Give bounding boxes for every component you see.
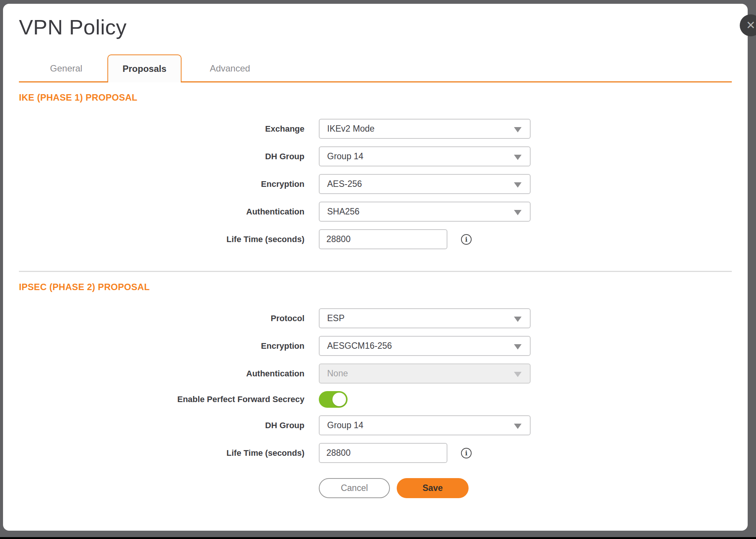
- tab-proposals[interactable]: Proposals: [107, 54, 182, 82]
- life-time-p2-input[interactable]: [319, 443, 447, 463]
- form-row-authentication-p2: Authentication None: [19, 363, 732, 384]
- encryption-p1-select[interactable]: AES-256: [319, 174, 531, 194]
- protocol-label: Protocol: [19, 314, 319, 323]
- exchange-select[interactable]: IKEv2 Mode: [319, 119, 531, 139]
- encryption-p2-select-value: AESGCM16-256: [327, 341, 392, 351]
- dh-group-p2-select-value: Group 14: [327, 420, 363, 430]
- vpn-policy-dialog: VPN Policy General Proposals Advanced IK…: [3, 4, 748, 531]
- form-row-pfs: Enable Perfect Forward Secrecy: [19, 391, 732, 408]
- tab-bar: General Proposals Advanced: [19, 54, 732, 82]
- section-heading-ipsec-phase2: IPSEC (PHASE 2) PROPOSAL: [19, 282, 732, 292]
- form-row-encryption-p1: Encryption AES-256: [19, 174, 732, 194]
- save-button[interactable]: Save: [397, 478, 469, 498]
- dh-group-p1-select-value: Group 14: [327, 151, 363, 162]
- dropdown-arrow-icon: [514, 182, 522, 188]
- protocol-select-value: ESP: [327, 313, 345, 323]
- form-row-life-time-p1: Life Time (seconds) i: [19, 229, 732, 249]
- exchange-label: Exchange: [19, 124, 319, 134]
- section-divider: [19, 271, 732, 272]
- exchange-select-value: IKEv2 Mode: [327, 124, 374, 134]
- section-ike-phase1: IKE (PHASE 1) PROPOSAL Exchange IKEv2 Mo…: [19, 92, 732, 249]
- dialog-title: VPN Policy: [19, 15, 732, 39]
- authentication-p1-select-value: SHA256: [327, 207, 360, 217]
- authentication-p2-label: Authentication: [19, 369, 319, 379]
- dropdown-arrow-icon: [514, 210, 522, 215]
- dropdown-arrow-icon: [514, 344, 522, 349]
- dh-group-p2-select[interactable]: Group 14: [319, 415, 531, 435]
- protocol-select[interactable]: ESP: [319, 308, 531, 328]
- pfs-label: Enable Perfect Forward Secrecy: [19, 395, 319, 404]
- dh-group-p1-select[interactable]: Group 14: [319, 146, 531, 166]
- info-icon[interactable]: i: [461, 234, 472, 245]
- dropdown-arrow-icon: [514, 127, 522, 132]
- section-heading-ike-phase1: IKE (PHASE 1) PROPOSAL: [19, 92, 732, 103]
- dropdown-arrow-icon: [514, 372, 522, 377]
- life-time-p1-input[interactable]: [319, 229, 447, 249]
- form-row-exchange: Exchange IKEv2 Mode: [19, 119, 732, 139]
- section-ipsec-phase2: IPSEC (PHASE 2) PROPOSAL Protocol ESP En…: [19, 282, 732, 463]
- encryption-p1-select-value: AES-256: [327, 179, 362, 189]
- cancel-button[interactable]: Cancel: [319, 478, 390, 498]
- dropdown-arrow-icon: [514, 155, 522, 160]
- form-row-encryption-p2: Encryption AESGCM16-256: [19, 336, 732, 356]
- dh-group-p1-label: DH Group: [19, 152, 319, 162]
- authentication-p1-label: Authentication: [19, 207, 319, 217]
- authentication-p1-select[interactable]: SHA256: [319, 202, 531, 222]
- authentication-p2-select-disabled: None: [319, 363, 531, 384]
- form-row-dh-group-p2: DH Group Group 14: [19, 415, 732, 435]
- info-icon[interactable]: i: [461, 448, 472, 458]
- encryption-p2-select[interactable]: AESGCM16-256: [319, 336, 531, 356]
- dropdown-arrow-icon: [514, 317, 522, 322]
- form-row-protocol: Protocol ESP: [19, 308, 732, 328]
- encryption-p2-label: Encryption: [19, 341, 319, 351]
- close-icon: ✕: [746, 20, 755, 31]
- form-row-dh-group-p1: DH Group Group 14: [19, 146, 732, 166]
- life-time-p2-label: Life Time (seconds): [19, 448, 319, 458]
- authentication-p2-select-value: None: [327, 368, 348, 379]
- dh-group-p2-label: DH Group: [19, 421, 319, 430]
- pfs-toggle-on[interactable]: [319, 391, 348, 408]
- dropdown-arrow-icon: [514, 424, 522, 429]
- form-row-authentication-p1: Authentication SHA256: [19, 202, 732, 222]
- life-time-p1-label: Life Time (seconds): [19, 235, 319, 244]
- form-row-life-time-p2: Life Time (seconds) i: [19, 443, 732, 463]
- dialog-footer: Cancel Save: [319, 478, 732, 498]
- encryption-p1-label: Encryption: [19, 179, 319, 189]
- tab-advanced[interactable]: Advanced: [192, 54, 268, 82]
- toggle-knob: [332, 393, 346, 406]
- tab-general[interactable]: General: [30, 54, 102, 82]
